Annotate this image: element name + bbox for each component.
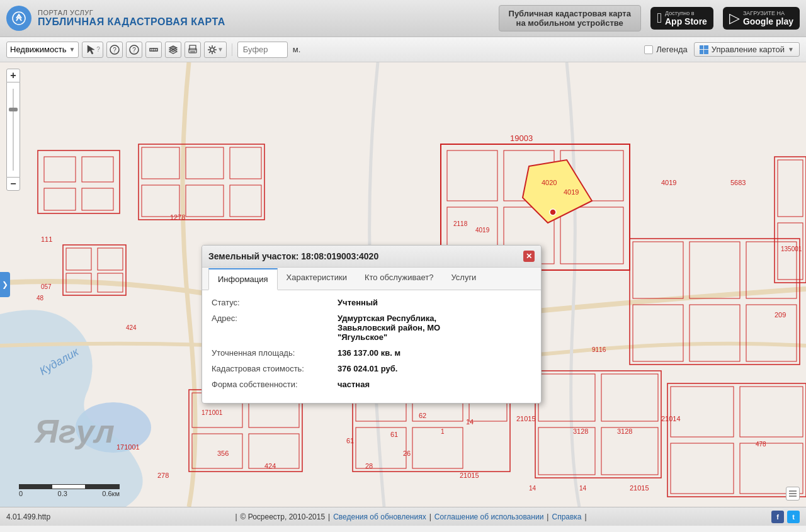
manage-map-button[interactable]: Управление картой ▼ xyxy=(694,42,800,57)
status-bar: 4.01.499.http | © Росреестр, 2010-2015 |… xyxy=(0,507,806,526)
tab-information[interactable]: Информация xyxy=(208,268,278,290)
scale-labels: 0 0.3 0.6км xyxy=(19,490,120,497)
scale-label-06: 0.6км xyxy=(102,490,120,497)
facebook-icon[interactable]: f xyxy=(771,511,784,523)
googleplay-available-label: ЗАГРУЗИТЕ НА xyxy=(743,10,793,16)
apple-icon:  xyxy=(657,10,662,26)
appstore-button[interactable]:  Доступно в App Store xyxy=(650,7,713,30)
grid-icon xyxy=(700,45,708,54)
separator2: | xyxy=(328,512,330,521)
separator xyxy=(232,43,232,56)
info-tool-button[interactable]: ? xyxy=(106,42,123,58)
mobile-promo-line2: на мобильном устройстве xyxy=(509,18,631,28)
svg-rect-9 xyxy=(190,45,196,50)
status-social-icons: f t xyxy=(771,511,800,523)
popup-tabs: Информация Характеристики Кто обслуживае… xyxy=(202,268,541,290)
appstore-name: App Store xyxy=(665,16,707,26)
realty-dropdown[interactable]: Недвижимость ▼ xyxy=(6,42,79,58)
svg-text:3128: 3128 xyxy=(617,427,632,435)
svg-text:21015: 21015 xyxy=(630,484,649,492)
svg-text:14: 14 xyxy=(579,485,587,492)
separator3: | xyxy=(429,512,431,521)
svg-text:4019: 4019 xyxy=(475,227,490,234)
svg-text:424: 424 xyxy=(264,462,276,470)
tab-services[interactable]: Услуги xyxy=(442,268,485,290)
area-label: Уточненная площадь: xyxy=(212,348,338,358)
toolbar: Недвижимость ▼ ? ? ? ▼ м. Легенда Управл… xyxy=(0,37,806,62)
header-title-block: ПОРТАЛ УСЛУГ ПУБЛИЧНАЯ КАДАСТРОВАЯ КАРТА xyxy=(38,9,225,28)
realty-label: Недвижимость xyxy=(10,45,66,54)
manage-map-arrow-icon: ▼ xyxy=(788,46,794,53)
svg-text:1: 1 xyxy=(441,428,445,435)
header: ПОРТАЛ УСЛУГ ПУБЛИЧНАЯ КАДАСТРОВАЯ КАРТА… xyxy=(0,0,806,37)
svg-text:?: ? xyxy=(132,47,136,54)
popup-header: Земельный участок: 18:08:019003:4020 ✕ xyxy=(202,246,541,268)
tab-who-serves[interactable]: Кто обслуживает? xyxy=(356,268,442,290)
zoom-track xyxy=(13,89,14,171)
header-right: Публичная кадастровая карта на мобильном… xyxy=(499,5,800,31)
status-row: Статус: Учтенный xyxy=(212,298,531,307)
googleplay-name: Google play xyxy=(743,16,793,26)
svg-text:19003: 19003 xyxy=(510,133,533,143)
agreement-link[interactable]: Соглашение об использовании xyxy=(434,512,544,521)
zoom-thumb[interactable] xyxy=(9,108,18,111)
svg-text:21015: 21015 xyxy=(460,472,479,479)
copyright: © Росреестр, 2010-2015 xyxy=(241,512,326,521)
legend-checkbox[interactable] xyxy=(644,45,653,54)
mobile-promo-line1: Публичная кадастровая карта xyxy=(509,9,631,18)
separator4: | xyxy=(547,512,548,521)
mobile-promo: Публичная кадастровая карта на мобильном… xyxy=(499,5,641,31)
select-tool-label: ? xyxy=(96,46,100,53)
svg-text:14: 14 xyxy=(466,418,474,426)
scale-label-0: 0 xyxy=(19,490,23,497)
svg-text:48: 48 xyxy=(37,295,44,302)
googleplay-button[interactable]: ▷ ЗАГРУЗИТЕ НА Google play xyxy=(723,7,800,30)
info2-tool-button[interactable]: ? xyxy=(126,42,142,58)
svg-text:424: 424 xyxy=(126,324,137,331)
status-label: Статус: xyxy=(212,298,338,307)
area-value: 136 137.00 кв. м xyxy=(338,348,400,358)
separator1: | xyxy=(235,512,237,521)
map-title: ПУБЛИЧНАЯ КАДАСТРОВАЯ КАРТА xyxy=(38,16,225,28)
address-value: Удмуртская Республика,Завьяловский район… xyxy=(338,314,440,342)
help-link[interactable]: Справка xyxy=(552,512,581,521)
svg-point-13 xyxy=(210,48,214,52)
legend-label: Легенда xyxy=(656,45,687,54)
area-row: Уточненная площадь: 136 137.00 кв. м xyxy=(212,348,531,358)
separator5: | xyxy=(585,512,587,521)
svg-text:278: 278 xyxy=(157,472,169,479)
svg-text:4020: 4020 xyxy=(542,179,557,186)
layers-tool-button[interactable] xyxy=(165,42,181,58)
buffer-input[interactable] xyxy=(237,42,288,58)
svg-text:21015: 21015 xyxy=(516,415,536,422)
address-row: Адрес: Удмуртская Республика,Завьяловски… xyxy=(212,314,531,342)
map-container[interactable]: 19003 4019 4020 4019 2118 4019 5683 1350… xyxy=(0,62,806,507)
settings-tool-button[interactable]: ▼ xyxy=(204,42,227,58)
zoom-out-button[interactable]: − xyxy=(6,177,20,191)
twitter-icon[interactable]: t xyxy=(787,511,800,523)
popup-title: Земельный участок: 18:08:019003:4020 xyxy=(208,251,378,261)
map-settings-button[interactable] xyxy=(786,487,800,501)
tab-characteristics[interactable]: Характеристики xyxy=(278,268,356,290)
measure-tool-button[interactable] xyxy=(145,42,162,58)
zoom-in-button[interactable]: + xyxy=(6,69,20,82)
print-tool-button[interactable] xyxy=(184,42,201,58)
svg-text:4019: 4019 xyxy=(661,179,676,186)
status-value: Учтенный xyxy=(338,298,378,307)
svg-text:28: 28 xyxy=(365,462,373,470)
cadastral-value-label: Кадастровая стоимость: xyxy=(212,364,338,373)
popup-content: Статус: Учтенный Адрес: Удмуртская Респу… xyxy=(202,290,541,403)
svg-text:61: 61 xyxy=(346,437,354,444)
svg-rect-11 xyxy=(190,51,195,52)
portal-label: ПОРТАЛ УСЛУГ xyxy=(38,9,225,16)
scale-bar: 0 0.3 0.6км xyxy=(19,484,120,497)
zoom-slider[interactable] xyxy=(6,82,20,177)
svg-text:4019: 4019 xyxy=(564,188,579,196)
updates-link[interactable]: Сведения об обновлениях xyxy=(333,512,426,521)
side-panel-toggle[interactable]: ❯ xyxy=(0,272,10,297)
select-tool-button[interactable]: ? xyxy=(82,42,103,58)
dropdown-arrow-icon: ▼ xyxy=(69,46,75,53)
ownership-value: частная xyxy=(338,380,370,389)
popup-close-button[interactable]: ✕ xyxy=(523,251,535,262)
legend-button[interactable]: Легенда xyxy=(644,45,687,54)
